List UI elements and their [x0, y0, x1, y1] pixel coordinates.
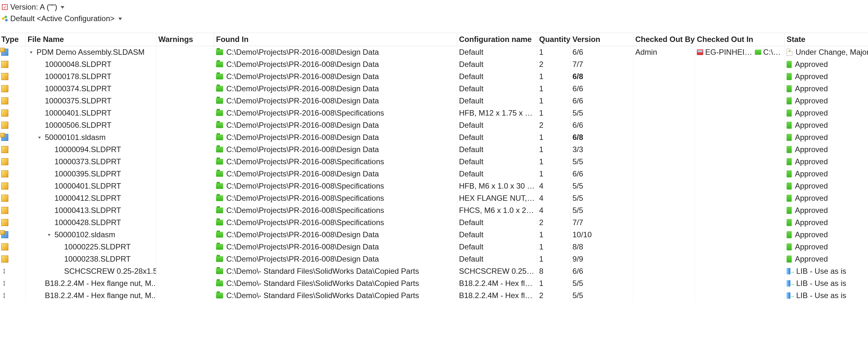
- config-name: HEX FLANGE NUT, M...: [459, 194, 535, 203]
- table-row[interactable]: ▾50000102.sldasmC:\Demo\Projects\PR-2016…: [0, 229, 868, 241]
- col-type[interactable]: Type: [0, 33, 26, 46]
- table-row[interactable]: 10000506.SLDPRTC:\Demo\Projects\PR-2016-…: [0, 119, 868, 131]
- quantity: 2: [539, 291, 543, 300]
- table-row[interactable]: SCHCSCREW 0.25-28x1.5...C:\Demo\- Standa…: [0, 265, 868, 277]
- expander-icon[interactable]: ▾: [36, 135, 45, 140]
- table-row[interactable]: 10000395.SLDPRTC:\Demo\Projects\PR-2016-…: [0, 168, 868, 180]
- config-icon: [2, 16, 8, 22]
- part-icon: [1, 97, 8, 104]
- assembly-icon: [1, 134, 8, 141]
- state: Approved: [795, 157, 828, 166]
- table-row[interactable]: 10000401.SLDPRTC:\Demo\Projects\PR-2016-…: [0, 107, 868, 119]
- found-in: C:\Demo\Projects\PR-2016-008\Design Data: [226, 60, 379, 69]
- table-row[interactable]: 10000428.SLDPRTC:\Demo\Projects\PR-2016-…: [0, 216, 868, 229]
- version-label: Version: A (""): [10, 3, 57, 11]
- file-name: 10000238.SLDPRT: [64, 254, 131, 264]
- config-dropdown[interactable]: Default <Active Configuration> ▼: [2, 13, 866, 24]
- file-name: PDM Demo Assembly.SLDASM: [36, 48, 145, 57]
- table-row[interactable]: 10000375.SLDPRTC:\Demo\Projects\PR-2016-…: [0, 95, 868, 107]
- table-row[interactable]: 10000413.SLDPRTC:\Demo\Projects\PR-2016-…: [0, 204, 868, 216]
- col-version[interactable]: Version: [570, 33, 633, 46]
- col-checked-out-by[interactable]: Checked Out By: [633, 33, 695, 46]
- found-in: C:\Demo\Projects\PR-2016-008\Specificati…: [226, 108, 384, 117]
- quantity: 1: [539, 108, 543, 117]
- quantity: 2: [539, 218, 543, 227]
- chevron-down-icon: ▼: [60, 4, 66, 10]
- state: Approved: [795, 218, 828, 227]
- warnings: [156, 241, 214, 253]
- found-in: C:\Demo\Projects\PR-2016-008\Design Data: [226, 133, 379, 142]
- found-in: C:\Demo\Projects\PR-2016-008\Specificati…: [226, 157, 384, 166]
- table-row[interactable]: B18.2.2.4M - Hex flange nut, M...C:\Demo…: [0, 277, 868, 289]
- table-row[interactable]: ▾50000101.sldasmC:\Demo\Projects\PR-2016…: [0, 131, 868, 143]
- table-row[interactable]: 10000373.SLDPRTC:\Demo\Projects\PR-2016-…: [0, 156, 868, 168]
- warnings: [156, 289, 214, 302]
- version: 5/5: [572, 291, 583, 300]
- col-warnings[interactable]: Warnings: [156, 33, 214, 46]
- table-row[interactable]: ▾PDM Demo Assembly.SLDASMC:\Demo\Project…: [0, 46, 868, 58]
- warnings: [156, 143, 214, 156]
- toolbar: ✓ Version: A ("") ▼ Default <Active Conf…: [0, 0, 868, 33]
- warnings: [156, 204, 214, 216]
- col-state[interactable]: State: [785, 33, 868, 46]
- warnings: [156, 229, 214, 241]
- col-checked-out-in[interactable]: Checked Out In: [695, 33, 785, 46]
- version: 5/5: [572, 279, 583, 288]
- table-row[interactable]: 10000238.SLDPRTC:\Demo\Projects\PR-2016-…: [0, 253, 868, 265]
- expander-icon[interactable]: ▾: [45, 233, 55, 237]
- machine-icon: [697, 49, 703, 55]
- expander-icon[interactable]: ▾: [28, 50, 36, 55]
- quantity: 4: [539, 181, 543, 191]
- table-row[interactable]: 10000225.SLDPRTC:\Demo\Projects\PR-2016-…: [0, 241, 868, 253]
- part-icon: [1, 195, 8, 202]
- part-icon: [1, 243, 8, 250]
- table-row[interactable]: B18.2.2.4M - Hex flange nut, M...C:\Demo…: [0, 289, 868, 302]
- found-in: C:\Demo\Projects\PR-2016-008\Design Data: [226, 145, 379, 154]
- table-row[interactable]: 10000401.SLDPRTC:\Demo\Projects\PR-2016-…: [0, 180, 868, 192]
- part-icon: [1, 122, 8, 129]
- quantity: 1: [539, 279, 543, 288]
- state-approved-icon: [786, 85, 792, 92]
- part-icon: [1, 73, 8, 80]
- file-name: 50000101.sldasm: [45, 133, 105, 142]
- table-row[interactable]: 10000048.SLDPRTC:\Demo\Projects\PR-2016-…: [0, 58, 868, 70]
- version: 10/10: [572, 230, 592, 239]
- config-name: Default: [459, 133, 483, 142]
- version: 5/5: [572, 157, 583, 166]
- folder-icon: [216, 171, 223, 177]
- folder-icon: [216, 134, 223, 140]
- table-row[interactable]: 10000178.SLDPRTC:\Demo\Projects\PR-2016-…: [0, 70, 868, 82]
- col-file[interactable]: File Name: [26, 33, 156, 46]
- state-approved-icon: [786, 182, 792, 190]
- version: 6/8: [572, 133, 583, 142]
- col-quantity[interactable]: Quantity: [537, 33, 570, 46]
- state-approved-icon: [786, 109, 792, 116]
- state-approved-icon: [786, 73, 792, 80]
- assembly-icon: [1, 49, 8, 56]
- state-approved-icon: [786, 122, 792, 129]
- found-in: C:\Demo\- Standard Files\SolidWorks Data…: [226, 267, 419, 276]
- table-row[interactable]: 10000094.SLDPRTC:\Demo\Projects\PR-2016-…: [0, 143, 868, 156]
- warnings: [156, 95, 214, 107]
- state-approved-icon: [786, 231, 792, 238]
- version-dropdown[interactable]: ✓ Version: A ("") ▼: [2, 1, 866, 13]
- state-approved-icon: [786, 158, 792, 165]
- config-name: Default: [459, 48, 483, 57]
- col-found-in[interactable]: Found In: [214, 33, 457, 46]
- col-config[interactable]: Configuration name: [457, 33, 537, 46]
- state-change-icon: [786, 49, 793, 56]
- table-row[interactable]: 10000412.SLDPRTC:\Demo\Projects\PR-2016-…: [0, 192, 868, 204]
- state: Approved: [795, 169, 828, 178]
- checked-out-by: Admin: [635, 48, 657, 57]
- quantity: 1: [539, 169, 543, 178]
- state: Approved: [795, 84, 828, 93]
- found-in: C:\Demo\Projects\PR-2016-008\Design Data: [226, 242, 379, 251]
- table-row[interactable]: 10000374.SLDPRTC:\Demo\Projects\PR-2016-…: [0, 82, 868, 95]
- file-name: 10000413.SLDPRT: [55, 206, 121, 215]
- file-name: 10000428.SLDPRT: [55, 218, 121, 227]
- quantity: 1: [539, 242, 543, 251]
- config-name: Default: [459, 60, 483, 69]
- found-in: C:\Demo\Projects\PR-2016-008\Design Data: [226, 169, 379, 178]
- version: 8/8: [572, 242, 583, 251]
- state-approved-icon: [786, 219, 792, 226]
